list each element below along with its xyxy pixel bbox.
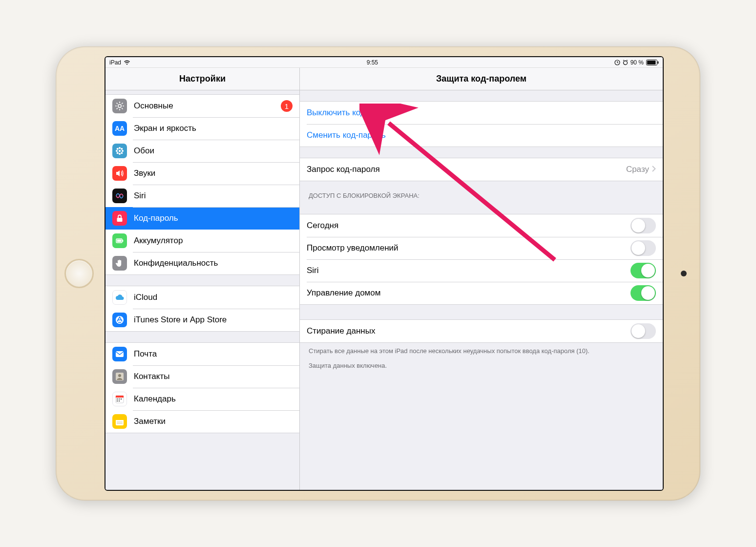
sidebar-item-label: Обои xyxy=(134,146,293,156)
svg-rect-36 xyxy=(119,399,120,400)
sidebar-item-general[interactable]: Основные1 xyxy=(105,95,299,117)
svg-rect-24 xyxy=(117,218,123,222)
sidebar-item-label: Конфиденциальность xyxy=(134,258,293,268)
svg-rect-4 xyxy=(658,61,659,63)
change-passcode-label: Сменить код-пароль xyxy=(307,130,386,140)
toggle-siri[interactable] xyxy=(630,263,656,278)
lockscreen-label: Siri xyxy=(307,266,630,275)
svg-rect-41 xyxy=(116,418,124,420)
wifi-icon xyxy=(124,60,130,65)
alarm-icon xyxy=(623,60,628,65)
require-passcode-label: Запрос код-пароля xyxy=(307,165,626,174)
sidebar-item-wallpaper[interactable]: Обои xyxy=(105,140,299,162)
svg-point-5 xyxy=(118,105,121,107)
sidebar-item-label: Код-пароль xyxy=(134,213,293,223)
sidebar-item-label: Звуки xyxy=(134,168,293,178)
svg-line-10 xyxy=(117,103,118,104)
lockscreen-row-today: Сегодня xyxy=(300,214,663,237)
hand-icon xyxy=(112,256,127,271)
screen: iPad 9:55 90 % Настройки Основные1AAЭкра… xyxy=(105,56,664,491)
lockscreen-row-siri: Siri xyxy=(300,259,663,282)
cloud-icon xyxy=(112,290,127,305)
toggle-today[interactable] xyxy=(630,218,656,233)
mail-icon xyxy=(112,347,127,361)
sidebar-item-label: Siri xyxy=(134,191,293,201)
require-passcode-row[interactable]: Запрос код-пароля Сразу xyxy=(300,158,663,181)
svg-line-11 xyxy=(122,108,123,109)
battery-icon xyxy=(112,233,127,248)
sidebar-item-label: Основные xyxy=(134,101,281,111)
svg-point-19 xyxy=(117,148,119,150)
sidebar-item-label: iTunes Store и App Store xyxy=(134,315,293,325)
battery-icon xyxy=(646,60,659,65)
lockscreen-label: Сегодня xyxy=(307,221,630,231)
erase-data-label: Стирание данных xyxy=(307,326,630,336)
svg-point-16 xyxy=(119,153,121,155)
svg-point-14 xyxy=(119,150,121,152)
status-bar: iPad 9:55 90 % xyxy=(105,57,663,68)
svg-point-22 xyxy=(121,148,123,150)
sidebar-item-label: Заметки xyxy=(134,417,293,426)
calendar-icon xyxy=(112,392,127,406)
svg-rect-35 xyxy=(117,399,118,400)
orientation-lock-icon xyxy=(614,60,620,65)
sidebar-item-contacts[interactable]: Контакты xyxy=(105,365,299,388)
sidebar-item-notes[interactable]: Заметки xyxy=(105,410,299,433)
sidebar-item-label: Календарь xyxy=(134,394,293,404)
turn-off-passcode-label: Выключить код-пароль xyxy=(307,108,395,118)
badge: 1 xyxy=(281,100,293,112)
home-button[interactable] xyxy=(64,259,94,288)
svg-point-20 xyxy=(121,152,123,154)
erase-data-toggle[interactable] xyxy=(630,323,656,339)
sidebar-item-calendar[interactable]: Календарь xyxy=(105,388,299,410)
detail-pane[interactable]: Защита код-паролем Выключить код-пароль … xyxy=(300,68,663,490)
flower-icon xyxy=(112,144,127,158)
settings-sidebar[interactable]: Настройки Основные1AAЭкран и яркостьОбои… xyxy=(105,68,300,490)
lockscreen-row-home: Управление домом xyxy=(300,282,663,304)
svg-point-17 xyxy=(116,150,118,152)
svg-line-13 xyxy=(122,103,123,104)
sidebar-item-label: Почта xyxy=(134,349,293,359)
appstore-icon xyxy=(112,313,127,327)
sidebar-item-siri[interactable]: Siri xyxy=(105,185,299,207)
sidebar-item-sounds[interactable]: Звуки xyxy=(105,162,299,185)
svg-rect-37 xyxy=(121,399,122,400)
lock-icon xyxy=(112,211,127,226)
lockscreen-label: Просмотр уведомлений xyxy=(307,243,630,253)
sidebar-item-label: iCloud xyxy=(134,293,157,302)
svg-rect-26 xyxy=(123,240,124,242)
contact-icon xyxy=(112,369,127,384)
erase-data-row: Стирание данных xyxy=(300,320,663,342)
toggle-notif[interactable] xyxy=(630,240,656,256)
svg-rect-38 xyxy=(117,400,118,401)
svg-rect-34 xyxy=(116,396,124,398)
gear-icon xyxy=(112,99,127,113)
require-passcode-value: Сразу xyxy=(626,165,649,174)
svg-rect-39 xyxy=(119,400,120,401)
sidebar-item-passcode[interactable]: Код-пароль xyxy=(105,207,299,230)
sidebar-item-label: Контакты xyxy=(134,372,293,381)
svg-point-32 xyxy=(118,374,121,377)
speaker-icon xyxy=(112,166,127,181)
svg-rect-27 xyxy=(117,240,122,242)
sidebar-item-itunes[interactable]: iTunes Store и App Store xyxy=(105,309,299,331)
sidebar-item-label: Аккумулятор xyxy=(134,236,293,246)
svg-line-12 xyxy=(117,108,118,109)
turn-off-passcode-button[interactable]: Выключить код-пароль xyxy=(300,102,663,124)
sidebar-item-label: Экран и яркость xyxy=(134,124,293,133)
sidebar-item-mail[interactable]: Почта xyxy=(105,343,299,365)
sidebar-item-privacy[interactable]: Конфиденциальность xyxy=(105,252,299,274)
sidebar-item-battery[interactable]: Аккумулятор xyxy=(105,230,299,252)
battery-pct-label: 90 % xyxy=(630,59,644,66)
change-passcode-button[interactable]: Сменить код-пароль xyxy=(300,124,663,147)
ipad-frame: iPad 9:55 90 % Настройки Основные1AAЭкра… xyxy=(56,46,700,501)
chevron-right-icon xyxy=(652,165,656,174)
clock-label: 9:55 xyxy=(367,59,378,66)
lockscreen-row-notif: Просмотр уведомлений xyxy=(300,237,663,259)
toggle-home[interactable] xyxy=(630,285,656,301)
detail-title: Защита код-паролем xyxy=(300,68,663,90)
sidebar-item-icloud[interactable]: iCloud xyxy=(105,286,299,309)
svg-point-15 xyxy=(119,147,121,149)
sidebar-item-display[interactable]: AAЭкран и яркость xyxy=(105,117,299,140)
sidebar-title: Настройки xyxy=(105,68,299,90)
